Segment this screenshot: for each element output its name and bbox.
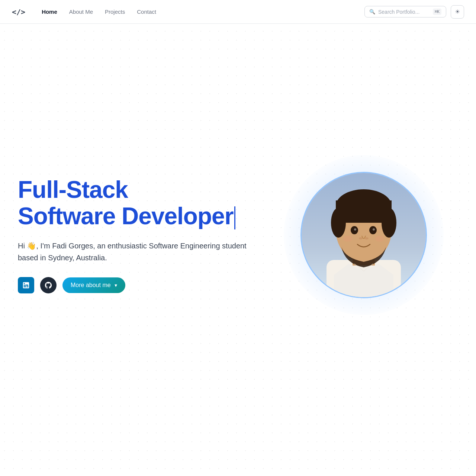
svg-point-9: [354, 228, 356, 231]
svg-point-13: [343, 236, 352, 242]
hero-title: Full-Stack Software Developer: [18, 177, 271, 229]
hero-title-line1: Full-Stack: [18, 176, 128, 203]
theme-toggle-button[interactable]: ☀: [451, 5, 464, 19]
search-kbd: ⌘K: [433, 9, 441, 15]
navbar: </> Home About Me Projects Contact 🔍 Sea…: [0, 0, 476, 24]
person-svg: [312, 178, 416, 297]
nav-right: 🔍 Search Portfolio... ⌘K ☀: [364, 5, 464, 19]
main-content: Full-Stack Software Developer Hi 👋, I'm …: [0, 24, 476, 476]
more-btn-label: More about me: [71, 282, 111, 289]
code-icon: </>: [12, 7, 25, 16]
nav-logo[interactable]: </>: [12, 7, 25, 16]
hero-actions: More about me ▾: [18, 277, 271, 293]
github-button[interactable]: [40, 277, 57, 293]
hero-left: Full-Stack Software Developer Hi 👋, I'm …: [18, 177, 271, 293]
search-icon: 🔍: [369, 9, 375, 15]
nav-link-home[interactable]: Home: [37, 6, 62, 18]
linkedin-button[interactable]: [18, 277, 34, 293]
cursor: [234, 206, 235, 229]
linkedin-icon: [22, 281, 30, 289]
avatar-image: [302, 173, 426, 297]
svg-point-11: [359, 237, 363, 239]
nav-link-contact[interactable]: Contact: [132, 6, 161, 18]
search-placeholder: Search Portfolio...: [378, 9, 419, 15]
svg-point-12: [365, 237, 369, 239]
hero-title-line2: Software Developer: [18, 203, 234, 229]
svg-point-10: [373, 228, 375, 231]
more-about-me-button[interactable]: More about me ▾: [62, 277, 125, 293]
hero-subtitle: Hi 👋, I'm Fadi Gorges, an enthusiastic S…: [18, 240, 248, 264]
svg-rect-6: [336, 200, 392, 223]
chevron-down-icon: ▾: [115, 282, 117, 288]
sun-icon: ☀: [455, 8, 460, 15]
nav-links: Home About Me Projects Contact: [37, 6, 364, 18]
avatar-glow: [293, 164, 434, 306]
hero-right: [293, 164, 434, 306]
github-icon: [44, 281, 52, 289]
avatar-circle: [300, 172, 427, 298]
nav-link-projects[interactable]: Projects: [100, 6, 129, 18]
nav-link-about[interactable]: About Me: [65, 6, 97, 18]
search-box[interactable]: 🔍 Search Portfolio... ⌘K: [364, 6, 446, 17]
svg-point-14: [375, 236, 384, 242]
